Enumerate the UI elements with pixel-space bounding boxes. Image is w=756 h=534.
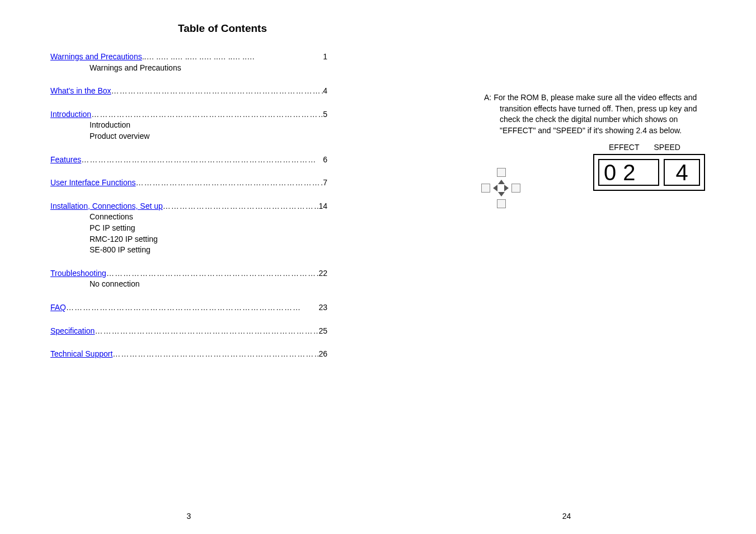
answer-line2: transition effects have turned off. Then… <box>484 104 705 115</box>
effect-digit-box: 0 2 <box>598 159 659 186</box>
right-visual-row: EFFECT SPEED 0 2 4 <box>428 143 705 208</box>
toc-sub-item: Introduction <box>90 120 327 131</box>
page-right: A: For the ROM B, please make sure all t… <box>378 0 755 534</box>
arrow-down-icon <box>498 192 505 196</box>
toc-list: Warnings and Precautions1Warnings and Pr… <box>50 51 327 360</box>
toc-page-number: 5 <box>323 109 327 120</box>
toc-page-number: 4 <box>323 86 327 97</box>
arrow-left-icon <box>493 185 497 191</box>
page-number-right: 24 <box>378 512 755 521</box>
answer-prefix: A: <box>484 93 494 102</box>
toc-link[interactable]: Introduction <box>50 109 91 120</box>
dpad-up-button <box>497 168 506 177</box>
toc-entry: Installation, Connections, Set up14Conne… <box>50 201 327 256</box>
toc-page-number: 26 <box>318 349 327 360</box>
toc-row: Troubleshooting22 <box>50 268 327 279</box>
toc-page-number: 22 <box>318 268 327 279</box>
toc-link[interactable]: Technical Support <box>50 349 112 360</box>
toc-sub-item: SE-800 IP setting <box>90 245 327 256</box>
toc-row: User Interface Functions7 <box>50 177 327 189</box>
toc-dots <box>106 268 319 279</box>
toc-sub-item: No connection <box>90 279 327 290</box>
toc-link[interactable]: Features <box>50 154 81 166</box>
toc-entry: Specification25 <box>50 326 327 337</box>
dpad-icon <box>481 168 520 208</box>
toc-page-number: 1 <box>323 51 327 63</box>
toc-page-number: 25 <box>318 326 327 337</box>
answer-line3: check the check the digital number which… <box>484 114 705 125</box>
toc-sub-item: Product overview <box>90 131 327 142</box>
page-number-left: 3 <box>0 512 378 521</box>
toc-entry: FAQ23 <box>50 302 327 313</box>
toc-page-number: 7 <box>323 177 327 189</box>
toc-entry: Warnings and Precautions1Warnings and Pr… <box>50 51 327 73</box>
effect-label: EFFECT <box>609 143 639 152</box>
toc-dots <box>66 302 318 313</box>
display-box: 0 2 4 <box>593 154 705 191</box>
toc-sub-item: Warnings and Precautions <box>90 63 327 74</box>
toc-row: Warnings and Precautions1 <box>50 51 327 63</box>
toc-entry: User Interface Functions7 <box>50 177 327 189</box>
toc-dots <box>81 154 323 166</box>
arrow-right-icon <box>504 185 509 191</box>
toc-dots <box>163 201 319 212</box>
toc-entry: Troubleshooting22No connection <box>50 268 327 290</box>
toc-row: Introduction5 <box>50 109 327 120</box>
toc-dots <box>111 86 323 97</box>
display-labels: EFFECT SPEED <box>609 143 705 152</box>
digit-2: 2 <box>623 160 635 185</box>
toc-dots <box>136 177 323 189</box>
toc-entry: Technical Support26 <box>50 349 327 360</box>
toc-link[interactable]: Troubleshooting <box>50 268 106 279</box>
toc-link[interactable]: Specification <box>50 326 95 337</box>
toc-page-number: 23 <box>318 302 327 313</box>
toc-row: Specification25 <box>50 326 327 337</box>
dpad-down-button <box>497 199 506 208</box>
toc-title: Table of Contents <box>118 22 327 35</box>
arrow-up-icon <box>498 180 505 184</box>
dpad-right-button <box>511 184 520 193</box>
speed-label: SPEED <box>654 143 680 152</box>
display-block: EFFECT SPEED 0 2 4 <box>593 143 705 191</box>
toc-row: What's in the Box4 <box>50 86 327 97</box>
toc-row: Features6 <box>50 154 327 166</box>
toc-sub-item: PC IP setting <box>90 223 327 234</box>
toc-dots <box>91 109 323 120</box>
toc-sub-item: Connections <box>90 212 327 223</box>
toc-row: FAQ23 <box>50 302 327 313</box>
toc-dots <box>95 326 318 337</box>
toc-dots <box>112 349 318 360</box>
toc-link[interactable]: FAQ <box>50 302 66 313</box>
dpad-left-button <box>481 184 490 193</box>
page-left: Table of Contents Warnings and Precautio… <box>0 0 378 534</box>
toc-link[interactable]: What's in the Box <box>50 86 111 97</box>
toc-page-number: 6 <box>323 154 327 166</box>
toc-link[interactable]: Installation, Connections, Set up <box>50 201 163 212</box>
toc-row: Technical Support26 <box>50 349 327 360</box>
toc-dots <box>142 51 323 63</box>
speed-digit-box: 4 <box>664 159 700 186</box>
answer-line4: "EFFECT" and "SPEED" if it's showing 2.4… <box>484 125 705 137</box>
toc-sub-item: RMC-120 IP setting <box>90 234 327 245</box>
toc-entry: Features6 <box>50 154 327 166</box>
toc-entry: What's in the Box4 <box>50 86 327 97</box>
toc-link[interactable]: User Interface Functions <box>50 177 136 189</box>
toc-entry: Introduction5IntroductionProduct overvie… <box>50 109 327 142</box>
toc-link[interactable]: Warnings and Precautions <box>50 51 142 63</box>
toc-page-number: 14 <box>318 201 327 212</box>
digit-0: 0 <box>604 160 616 185</box>
digit-4: 4 <box>676 160 688 185</box>
faq-answer-text: A: For the ROM B, please make sure all t… <box>428 92 705 136</box>
answer-line1: For the ROM B, please make sure all the … <box>494 93 697 102</box>
toc-row: Installation, Connections, Set up14 <box>50 201 327 212</box>
